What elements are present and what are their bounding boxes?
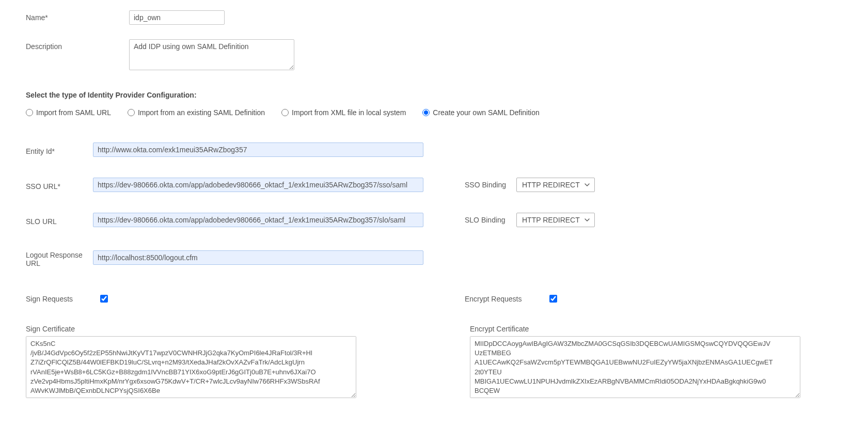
slo-url-input[interactable] — [93, 213, 423, 227]
sign-requests-checkbox[interactable] — [100, 295, 108, 303]
radio-import-saml-url[interactable] — [26, 109, 33, 116]
logout-response-url-label: Logout Response URL — [26, 248, 93, 267]
entity-id-label: Entity Id* — [26, 144, 93, 155]
name-input[interactable] — [129, 10, 225, 25]
encrypt-requests-checkbox[interactable] — [549, 295, 557, 303]
radio-create-own[interactable] — [422, 109, 430, 116]
sso-binding-select[interactable]: HTTP REDIRECT — [516, 178, 595, 192]
config-type-radio-group: Import from SAML URL Import from an exis… — [26, 108, 842, 117]
encrypt-certificate-textarea[interactable] — [470, 336, 800, 398]
encrypt-certificate-label: Encrypt Certificate — [470, 325, 800, 333]
logout-response-url-input[interactable] — [93, 250, 423, 265]
sign-requests-label: Sign Requests — [26, 295, 88, 303]
slo-url-label: SLO URL — [26, 214, 93, 226]
radio-import-xml-file[interactable] — [281, 109, 289, 116]
radio-create-own-label[interactable]: Create your own SAML Definition — [433, 108, 539, 117]
name-label: Name* — [26, 10, 129, 22]
sign-certificate-label: Sign Certificate — [26, 325, 356, 333]
sign-certificate-textarea[interactable] — [26, 336, 356, 398]
slo-binding-select[interactable]: HTTP REDIRECT — [516, 213, 595, 227]
description-textarea[interactable] — [129, 39, 294, 70]
sso-url-input[interactable] — [93, 178, 423, 192]
radio-import-existing[interactable] — [128, 109, 135, 116]
radio-import-saml-url-label[interactable]: Import from SAML URL — [36, 108, 111, 117]
sso-binding-label: SSO Binding — [465, 181, 516, 189]
radio-import-existing-label[interactable]: Import from an existing SAML Definition — [138, 108, 265, 117]
description-label: Description — [26, 39, 129, 51]
sso-url-label: SSO URL* — [26, 179, 93, 191]
slo-binding-label: SLO Binding — [465, 216, 516, 224]
encrypt-requests-label: Encrypt Requests — [465, 295, 537, 303]
radio-import-xml-file-label[interactable]: Import from XML file in local system — [292, 108, 406, 117]
entity-id-input[interactable] — [93, 142, 423, 157]
config-type-section-label: Select the type of Identity Provider Con… — [26, 91, 842, 99]
